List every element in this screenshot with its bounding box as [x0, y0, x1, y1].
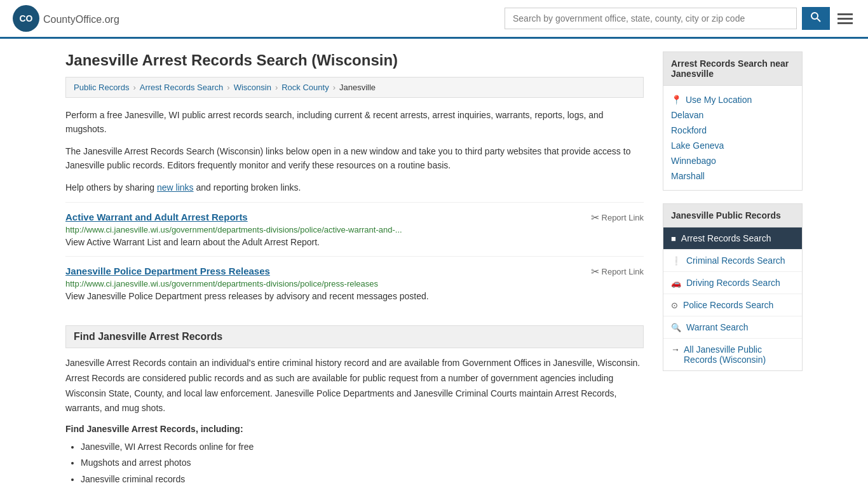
sidebar-public-records-title: Janesville Public Records — [663, 203, 803, 227]
all-records-arrow-icon: → — [671, 344, 680, 355]
report-icon-1: ✂ — [591, 212, 599, 224]
sidebar-item-criminal-records[interactable]: ❕ Criminal Records Search — [663, 250, 802, 272]
breadcrumb-public-records[interactable]: Public Records — [74, 83, 129, 92]
resource-1-title[interactable]: Active Warrant and Adult Arrest Reports — [65, 212, 248, 222]
resource-2-title[interactable]: Janesville Police Department Press Relea… — [65, 266, 270, 276]
list-item: Janesville, WI Arrest Records online for… — [81, 439, 644, 455]
breadcrumb-arrest-records-search[interactable]: Arrest Records Search — [140, 83, 224, 92]
sidebar-item-police-records[interactable]: ⊙ Police Records Search — [663, 294, 802, 316]
search-button[interactable] — [802, 7, 830, 30]
sidebar-nearby-rockford[interactable]: Rockford — [671, 123, 794, 138]
report-link-1[interactable]: ✂ Report Link — [591, 212, 644, 224]
resource-item-1: Active Warrant and Adult Arrest Reports … — [65, 202, 644, 256]
logo-icon: CO — [13, 5, 39, 32]
sidebar-item-driving-records[interactable]: 🚗 Driving Records Search — [663, 272, 802, 294]
driving-records-icon: 🚗 — [671, 278, 681, 288]
resource-1-desc: View Active Warrant List and learn about… — [65, 237, 644, 247]
content-area: Janesville Arrest Records Search (Wiscon… — [65, 51, 644, 488]
police-records-icon: ⊙ — [671, 301, 678, 310]
resource-item-2: Janesville Police Department Press Relea… — [65, 256, 644, 310]
resource-2-url: http://www.ci.janesville.wi.us/governmen… — [65, 279, 644, 288]
list-item: Janesville criminal records — [81, 471, 644, 487]
arrest-records-icon: ■ — [671, 234, 676, 243]
sidebar-item-all-records[interactable]: → All Janesville Public Records (Wiscons… — [663, 339, 802, 370]
find-section-subheading: Find Janesville Arrest Records, includin… — [65, 424, 644, 434]
sidebar-item-arrest-records[interactable]: ■ Arrest Records Search — [663, 227, 802, 250]
breadcrumb-wisconsin[interactable]: Wisconsin — [234, 83, 271, 92]
page-title: Janesville Arrest Records Search (Wiscon… — [65, 51, 644, 69]
sidebar-use-location[interactable]: 📍 Use My Location — [671, 92, 794, 107]
warrant-search-icon: 🔍 — [671, 323, 681, 332]
intro-p1: Perform a free Janesville, WI public arr… — [65, 108, 644, 137]
sidebar-nearby-winnebago[interactable]: Winnebago — [671, 153, 794, 168]
find-bullets-list: Janesville, WI Arrest Records online for… — [65, 439, 644, 488]
resource-1-url: http://www.ci.janesville.wi.us/governmen… — [65, 225, 644, 234]
sidebar-public-records: Janesville Public Records ■ Arrest Recor… — [663, 203, 803, 371]
sidebar-nearby-marshall[interactable]: Marshall — [671, 168, 794, 184]
search-area — [505, 7, 855, 30]
sidebar: Arrest Records Search near Janesville 📍 … — [663, 51, 803, 488]
svg-text:CO: CO — [20, 13, 33, 24]
sidebar-nearby-delavan[interactable]: Delavan — [671, 107, 794, 123]
sidebar-nearby: Arrest Records Search near Janesville 📍 … — [663, 51, 803, 191]
hamburger-menu-button[interactable] — [835, 11, 855, 27]
report-icon-2: ✂ — [591, 266, 599, 278]
svg-line-3 — [817, 18, 820, 22]
main-container: Janesville Arrest Records Search (Wiscon… — [53, 39, 815, 488]
list-item: Mugshots and arrest photos — [81, 455, 644, 471]
sidebar-nearby-lake-geneva[interactable]: Lake Geneva — [671, 138, 794, 153]
intro-p2: The Janesville Arrest Records Search (Wi… — [65, 144, 644, 173]
header: CO CountyOffice.org — [0, 0, 868, 39]
breadcrumb-rock-county[interactable]: Rock County — [281, 83, 329, 92]
search-input[interactable] — [505, 8, 797, 29]
criminal-records-icon: ❕ — [671, 256, 681, 266]
location-icon: 📍 — [671, 95, 682, 105]
find-section-body: Janesville Arrest Records contain an ind… — [65, 356, 644, 416]
logo-text: CountyOffice.org — [43, 11, 119, 26]
svg-point-2 — [811, 13, 818, 19]
breadcrumb-janesville: Janesville — [339, 83, 376, 92]
resource-2-desc: View Janesville Police Department press … — [65, 291, 644, 301]
sidebar-item-warrant-search[interactable]: 🔍 Warrant Search — [663, 316, 802, 339]
sidebar-nearby-title: Arrest Records Search near Janesville — [663, 51, 803, 86]
report-link-2[interactable]: ✂ Report Link — [591, 266, 644, 278]
new-links-link[interactable]: new links — [157, 182, 194, 193]
breadcrumb: Public Records › Arrest Records Search ›… — [65, 77, 644, 98]
intro-p3: Help others by sharing new links and rep… — [65, 180, 644, 194]
logo: CO CountyOffice.org — [13, 5, 119, 32]
find-section-heading: Find Janesville Arrest Records — [65, 325, 644, 348]
sidebar-menu: ■ Arrest Records Search ❕ Criminal Recor… — [663, 227, 803, 371]
